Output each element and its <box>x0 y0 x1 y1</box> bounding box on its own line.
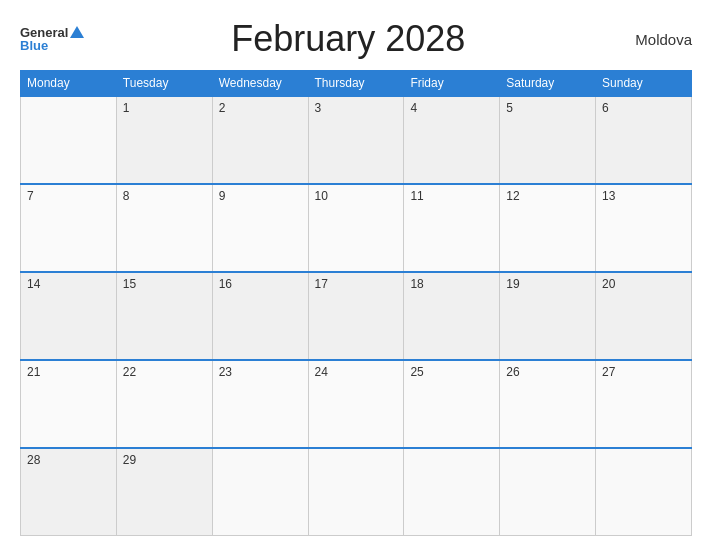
logo: General Blue <box>20 26 84 52</box>
day-cell: 1 <box>116 96 212 184</box>
day-number: 4 <box>410 101 417 115</box>
day-number: 20 <box>602 277 615 291</box>
day-cell <box>404 448 500 536</box>
header-saturday: Saturday <box>500 71 596 97</box>
day-cell: 9 <box>212 184 308 272</box>
day-number: 29 <box>123 453 136 467</box>
day-headers-row: Monday Tuesday Wednesday Thursday Friday… <box>21 71 692 97</box>
day-cell: 27 <box>596 360 692 448</box>
country-label: Moldova <box>612 31 692 48</box>
day-number: 15 <box>123 277 136 291</box>
day-number: 9 <box>219 189 226 203</box>
day-cell: 17 <box>308 272 404 360</box>
day-cell: 5 <box>500 96 596 184</box>
day-number: 10 <box>315 189 328 203</box>
day-number: 8 <box>123 189 130 203</box>
day-number: 21 <box>27 365 40 379</box>
logo-triangle-icon <box>70 26 84 38</box>
day-cell <box>212 448 308 536</box>
day-cell: 3 <box>308 96 404 184</box>
day-number: 1 <box>123 101 130 115</box>
day-cell: 19 <box>500 272 596 360</box>
day-cell: 23 <box>212 360 308 448</box>
week-row-3: 21222324252627 <box>21 360 692 448</box>
day-cell: 14 <box>21 272 117 360</box>
day-number: 27 <box>602 365 615 379</box>
day-cell <box>596 448 692 536</box>
day-number: 23 <box>219 365 232 379</box>
day-number: 25 <box>410 365 423 379</box>
day-cell: 21 <box>21 360 117 448</box>
day-cell: 4 <box>404 96 500 184</box>
day-cell: 20 <box>596 272 692 360</box>
week-row-0: 123456 <box>21 96 692 184</box>
day-number: 6 <box>602 101 609 115</box>
day-number: 24 <box>315 365 328 379</box>
header-friday: Friday <box>404 71 500 97</box>
day-number: 16 <box>219 277 232 291</box>
header-tuesday: Tuesday <box>116 71 212 97</box>
header: General Blue February 2028 Moldova <box>20 18 692 60</box>
day-cell: 7 <box>21 184 117 272</box>
day-number: 11 <box>410 189 423 203</box>
header-wednesday: Wednesday <box>212 71 308 97</box>
day-cell <box>308 448 404 536</box>
day-number: 14 <box>27 277 40 291</box>
day-cell: 8 <box>116 184 212 272</box>
header-thursday: Thursday <box>308 71 404 97</box>
logo-blue-text: Blue <box>20 39 48 52</box>
day-number: 3 <box>315 101 322 115</box>
day-cell: 15 <box>116 272 212 360</box>
day-cell: 25 <box>404 360 500 448</box>
day-cell: 24 <box>308 360 404 448</box>
day-cell: 10 <box>308 184 404 272</box>
day-number: 2 <box>219 101 226 115</box>
day-cell <box>21 96 117 184</box>
header-sunday: Sunday <box>596 71 692 97</box>
day-number: 26 <box>506 365 519 379</box>
day-cell: 12 <box>500 184 596 272</box>
day-cell: 22 <box>116 360 212 448</box>
day-cell: 13 <box>596 184 692 272</box>
day-cell <box>500 448 596 536</box>
day-cell: 26 <box>500 360 596 448</box>
day-number: 7 <box>27 189 34 203</box>
day-number: 28 <box>27 453 40 467</box>
calendar-title: February 2028 <box>84 18 612 60</box>
day-number: 12 <box>506 189 519 203</box>
day-cell: 11 <box>404 184 500 272</box>
week-row-1: 78910111213 <box>21 184 692 272</box>
day-cell: 2 <box>212 96 308 184</box>
day-number: 17 <box>315 277 328 291</box>
day-number: 19 <box>506 277 519 291</box>
week-row-4: 2829 <box>21 448 692 536</box>
calendar-table: Monday Tuesday Wednesday Thursday Friday… <box>20 70 692 536</box>
day-cell: 28 <box>21 448 117 536</box>
day-cell: 29 <box>116 448 212 536</box>
calendar-page: General Blue February 2028 Moldova Monda… <box>0 0 712 550</box>
day-number: 5 <box>506 101 513 115</box>
day-number: 18 <box>410 277 423 291</box>
day-number: 22 <box>123 365 136 379</box>
day-cell: 18 <box>404 272 500 360</box>
day-cell: 16 <box>212 272 308 360</box>
header-monday: Monday <box>21 71 117 97</box>
day-cell: 6 <box>596 96 692 184</box>
day-number: 13 <box>602 189 615 203</box>
week-row-2: 14151617181920 <box>21 272 692 360</box>
